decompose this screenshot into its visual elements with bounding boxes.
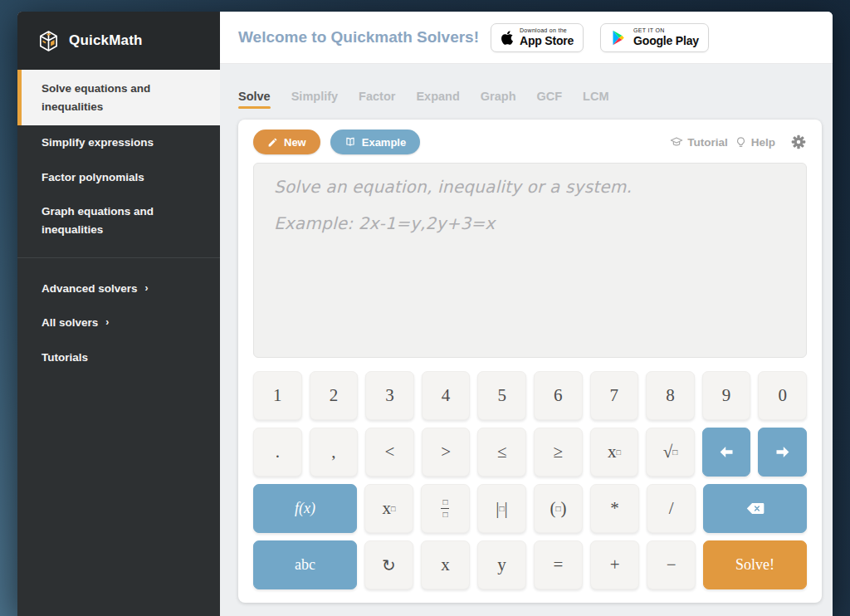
reset-icon: ↻ — [382, 555, 396, 575]
keyboard-row: abc↻xy=+−Solve! — [253, 540, 807, 589]
key-2[interactable]: 2 — [310, 371, 359, 420]
google-play-icon — [610, 29, 628, 46]
key-abc[interactable]: abc — [253, 540, 357, 589]
welcome-header: Welcome to Quickmath Solvers! Download o… — [220, 12, 833, 64]
key-subscript[interactable]: x□ — [364, 484, 413, 533]
tab-lcm[interactable]: LCM — [583, 90, 608, 109]
chevron-right-icon: › — [145, 282, 149, 294]
help-label: Help — [751, 136, 775, 149]
tab-simplify[interactable]: Simplify — [291, 90, 338, 109]
chevron-right-icon: › — [105, 316, 109, 328]
placeholder-line-1: Solve an equation, inequality or a syste… — [274, 177, 786, 197]
badge-store-name: Google Play — [633, 34, 699, 47]
key-cursor-right[interactable] — [758, 428, 807, 477]
welcome-title: Welcome to Quickmath Solvers! — [238, 28, 479, 46]
key-6[interactable]: 6 — [534, 371, 583, 420]
tab-graph[interactable]: Graph — [481, 90, 516, 109]
sidebar-item-tutorials[interactable]: Tutorials — [17, 340, 220, 375]
keyboard-row: .,<>≤≥x□√□ — [253, 428, 807, 477]
badge-tagline: GET IT ON — [633, 27, 699, 34]
apple-icon — [501, 30, 514, 46]
sidebar-item-all-solvers[interactable]: All solvers› — [17, 306, 220, 340]
equation-input[interactable]: Solve an equation, inequality or a syste… — [253, 163, 807, 358]
keyboard-row: f(x)x□□□|□|(□)*/ — [253, 484, 807, 533]
settings-gear-icon[interactable] — [790, 134, 807, 150]
lightbulb-icon — [735, 136, 747, 149]
sidebar-item-solve-equations[interactable]: Solve equations and inequalities — [17, 70, 220, 125]
key-plus[interactable]: + — [590, 540, 639, 589]
key-less-than[interactable]: < — [365, 428, 414, 477]
key-decimal[interactable]: . — [253, 428, 302, 477]
key-var-y[interactable]: y — [477, 540, 526, 589]
key-9[interactable]: 9 — [702, 371, 751, 420]
key-0[interactable]: 0 — [758, 371, 807, 420]
book-icon — [344, 136, 356, 148]
key-minus[interactable]: − — [647, 540, 696, 589]
key-greater-equal[interactable]: ≥ — [534, 428, 583, 477]
key-slash[interactable]: / — [647, 484, 696, 533]
google-play-badge[interactable]: GET IT ON Google Play — [600, 23, 709, 52]
solver-content: SolveSimplifyFactorExpandGraphGCFLCM New — [220, 64, 833, 616]
key-cursor-left[interactable] — [702, 428, 751, 477]
key-1[interactable]: 1 — [253, 371, 302, 420]
solver-tabs: SolveSimplifyFactorExpandGraphGCFLCM — [238, 90, 833, 109]
quickmath-window: QuickMath Solve equations and inequaliti… — [17, 12, 833, 616]
quickmath-cube-icon — [37, 30, 60, 52]
key-parentheses[interactable]: (□) — [534, 484, 583, 533]
solver-card: New Example — [238, 120, 822, 603]
key-3[interactable]: 3 — [365, 371, 414, 420]
key-var-x[interactable]: x — [421, 540, 470, 589]
solver-toolbar: New Example — [253, 130, 807, 154]
key-7[interactable]: 7 — [590, 371, 639, 420]
quickmath-logo[interactable]: QuickMath — [17, 12, 220, 70]
key-equals[interactable]: = — [534, 540, 583, 589]
tab-factor[interactable]: Factor — [359, 90, 395, 109]
badge-store-name: App Store — [520, 34, 574, 47]
keyboard-row: 1234567890 — [253, 371, 807, 420]
new-button-label: New — [284, 136, 306, 149]
sidebar-secondary-nav: Advanced solvers›All solvers›Tutorials — [17, 271, 220, 375]
key-fraction[interactable]: □□ — [421, 484, 470, 533]
app-store-badge[interactable]: Download on the App Store — [491, 23, 584, 52]
sidebar-item-advanced-solvers[interactable]: Advanced solvers› — [17, 271, 220, 306]
key-8[interactable]: 8 — [646, 371, 695, 420]
key-solve[interactable]: Solve! — [703, 540, 807, 589]
key-greater-than[interactable]: > — [422, 428, 471, 477]
key-reset[interactable]: ↻ — [364, 540, 413, 589]
tab-expand[interactable]: Expand — [416, 90, 459, 109]
key-absolute[interactable]: |□| — [477, 484, 526, 533]
key-less-equal[interactable]: ≤ — [477, 428, 526, 477]
store-badges: Download on the App Store — [491, 23, 709, 52]
fraction-glyph: □□ — [441, 498, 449, 519]
help-link[interactable]: Help — [735, 136, 775, 149]
sidebar-item-simplify-expressions[interactable]: Simplify expressions — [17, 125, 220, 160]
sidebar-item-graph-equations[interactable]: Graph equations and inequalities — [17, 194, 220, 247]
tutorial-label: Tutorial — [687, 136, 728, 149]
new-button[interactable]: New — [253, 130, 320, 154]
desktop-background: QuickMath Solve equations and inequaliti… — [0, 0, 850, 616]
key-sqrt[interactable]: √□ — [646, 428, 695, 477]
key-4[interactable]: 4 — [422, 371, 471, 420]
logo-label: QuickMath — [69, 32, 143, 49]
key-power[interactable]: x□ — [590, 428, 639, 477]
toolbar-right: Tutorial Help — [670, 134, 807, 150]
key-5[interactable]: 5 — [477, 371, 526, 420]
sidebar-divider — [17, 257, 220, 258]
sidebar-primary-nav: Solve equations and inequalitiesSimplify… — [17, 70, 220, 247]
key-asterisk[interactable]: * — [590, 484, 639, 533]
graduation-cap-icon — [670, 135, 683, 149]
tutorial-link[interactable]: Tutorial — [670, 135, 728, 149]
example-button-label: Example — [362, 136, 406, 149]
math-keyboard: 1234567890.,<>≤≥x□√□f(x)x□□□|□|(□)*/abc↻… — [253, 371, 807, 589]
example-button[interactable]: Example — [330, 130, 420, 154]
key-function[interactable]: f(x) — [253, 484, 357, 533]
key-comma[interactable]: , — [310, 428, 359, 477]
sidebar: QuickMath Solve equations and inequaliti… — [17, 12, 220, 616]
badge-tagline: Download on the — [520, 27, 574, 34]
tab-solve[interactable]: Solve — [238, 90, 271, 109]
tab-gcf[interactable]: GCF — [537, 90, 563, 109]
placeholder-line-2: Example: 2x-1=y,2y+3=x — [274, 213, 786, 233]
main-area: Welcome to Quickmath Solvers! Download o… — [220, 12, 833, 616]
key-backspace[interactable] — [703, 484, 807, 533]
sidebar-item-factor-polynomials[interactable]: Factor polynomials — [17, 160, 220, 195]
